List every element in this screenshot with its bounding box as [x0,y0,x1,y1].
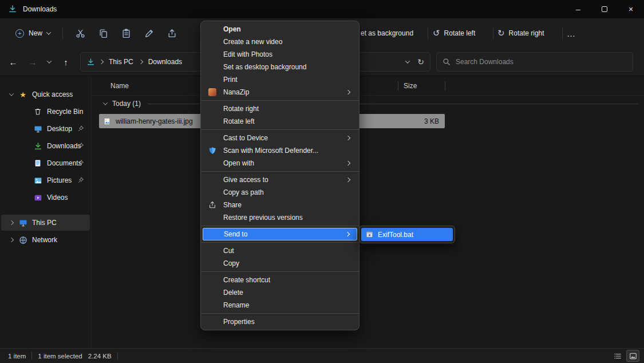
set-as-background-button[interactable]: et as background [361,18,413,48]
column-header-size[interactable]: Size [404,82,417,90]
submenu-arrow-icon [346,161,350,165]
recent-locations-button[interactable] [44,53,55,70]
file-name: william-henry-gates-iii.jpg [116,117,193,125]
cut-icon [76,29,85,38]
status-bar: 1 item 1 item selected 2.24 KB [0,348,644,363]
sidebar-item-this-pc[interactable]: This PC [1,215,90,231]
column-header-name[interactable]: Name [110,82,129,90]
context-menu-item-delete[interactable]: Delete [203,286,357,299]
rotate-right-button[interactable]: ↻ Rotate right [497,18,544,48]
minimize-button[interactable]: – [565,0,591,18]
context-menu-item-create-shortcut[interactable]: Create shortcut [203,274,357,286]
refresh-button[interactable]: ↻ [417,57,424,66]
chevron-down-icon[interactable] [100,102,111,105]
toolbar-separator [493,27,493,40]
sidebar-item-downloads[interactable]: Downloads [1,138,90,154]
downloads-folder-icon [86,58,95,66]
this-pc-icon [17,219,29,227]
sidebar-item-videos[interactable]: Videos [1,190,90,206]
search-box[interactable] [436,52,633,72]
column-divider[interactable] [445,81,445,90]
context-menu-item-rotate-right[interactable]: Rotate right [203,102,357,115]
group-header-today[interactable]: Today (1) [92,96,644,112]
context-menu-item-copy-as-path[interactable]: Copy as path [203,186,357,199]
search-input[interactable] [456,58,627,66]
send-to-submenu: ExifTool.bat [359,226,455,243]
context-menu-item-cut[interactable]: Cut [203,244,357,257]
address-dropdown-icon[interactable] [405,58,410,63]
context-menu-item-cast-to-device[interactable]: Cast to Device [203,132,357,144]
item-count: 1 item [8,353,26,360]
chevron-right-icon[interactable] [6,238,17,242]
videos-icon [32,194,44,202]
pin-icon [78,143,84,149]
maximize-button[interactable] [591,0,618,18]
details-view-button[interactable] [626,350,639,362]
column-divider[interactable] [398,81,398,90]
context-menu-item-open[interactable]: Open [203,23,357,35]
navigation-pane: ★ Quick access Recycle Bin Desktop Downl… [0,76,92,348]
downloads-folder-icon [8,5,17,14]
breadcrumb-this-pc[interactable]: This PC [108,57,135,67]
star-icon: ★ [17,91,29,98]
paste-icon [121,29,131,38]
pin-icon [78,160,84,166]
rename-button[interactable] [137,23,160,44]
selection-size: 2.24 KB [88,353,112,360]
context-menu-item-edit-with-photos[interactable]: Edit with Photos [203,48,357,61]
file-size: 3 KB [424,117,439,125]
context-menu-item-create-a-new-video[interactable]: Create a new video [203,35,357,48]
submenu-item-exiftool-bat[interactable]: ExifTool.bat [361,228,453,241]
close-icon: × [629,5,633,14]
submenu-arrow-icon [346,136,350,140]
forward-button[interactable]: → [24,53,41,70]
network-icon [17,236,29,244]
sidebar-item-recycle-bin[interactable]: Recycle Bin [1,104,90,120]
context-menu-item-share[interactable]: Share [203,199,357,211]
context-menu-item-rename[interactable]: Rename [203,299,357,311]
sidebar-item-pictures[interactable]: Pictures [1,172,90,188]
rename-icon [144,29,154,38]
cut-button[interactable] [69,23,92,44]
list-view-button[interactable] [611,350,624,362]
submenu-arrow-icon [346,90,350,94]
submenu-arrow-icon [345,232,350,236]
chevron-down-icon[interactable] [6,93,17,96]
more-options-button[interactable]: … [567,18,576,48]
context-menu-item-scan-with-microsoft-defender[interactable]: Scan with Microsoft Defender... [203,144,357,157]
back-button[interactable]: ← [5,53,22,70]
sidebar-item-network[interactable]: Network [1,232,90,248]
context-menu-item-properties[interactable]: Properties [203,315,357,328]
context-menu-item-send-to[interactable]: Send to [203,228,357,240]
toolbar-separator [62,27,63,40]
sidebar-item-desktop[interactable]: Desktop [1,121,90,137]
context-menu-item-copy[interactable]: Copy [203,257,357,270]
close-button[interactable]: × [618,0,644,18]
breadcrumb-downloads[interactable]: Downloads [147,57,183,67]
up-icon: ↑ [64,57,68,67]
context-menu-item-nanazip[interactable]: NanaZip [203,86,357,98]
sidebar-item-quick-access[interactable]: ★ Quick access [1,86,90,102]
rotate-left-icon: ↺ [433,28,440,38]
context-menu-item-rotate-left[interactable]: Rotate left [203,115,357,128]
pin-icon [78,125,84,132]
sidebar-item-documents[interactable]: Documents [1,155,90,171]
context-menu-item-print[interactable]: Print [203,73,357,86]
menu-separator [201,100,359,101]
paste-button[interactable] [114,23,137,44]
share-icon [208,201,223,209]
rotate-left-button[interactable]: ↺ Rotate left [433,18,475,48]
chevron-right-icon[interactable] [6,221,17,224]
context-menu-item-open-with[interactable]: Open with [203,157,357,169]
forward-icon: → [29,57,37,67]
statusbar-divider [31,352,32,360]
context-menu-item-give-access-to[interactable]: Give access to [203,173,357,186]
copy-button[interactable] [92,23,114,44]
menu-separator [201,171,359,172]
context-menu-item-restore-previous-versions[interactable]: Restore previous versions [203,211,357,224]
new-button[interactable]: + New [9,25,57,42]
context-menu-item-set-as-desktop-background[interactable]: Set as desktop background [203,61,357,73]
share-button[interactable] [160,23,183,44]
up-button[interactable]: ↑ [57,53,74,70]
file-list-pane: Name Size Today (1) william-henry-gates-… [92,76,644,348]
